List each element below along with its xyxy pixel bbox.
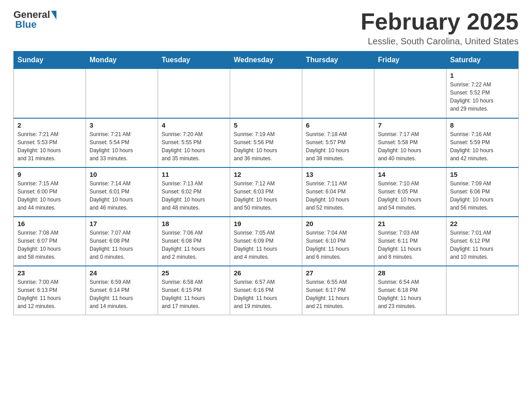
calendar-header-saturday: Saturday: [446, 51, 519, 69]
day-info: Sunrise: 6:59 AM Sunset: 6:14 PM Dayligh…: [90, 278, 154, 310]
day-info: Sunrise: 7:16 AM Sunset: 5:59 PM Dayligh…: [450, 130, 515, 163]
day-info: Sunrise: 7:14 AM Sunset: 6:01 PM Dayligh…: [90, 180, 154, 212]
calendar-cell: 16Sunrise: 7:08 AM Sunset: 6:07 PM Dayli…: [14, 217, 86, 266]
calendar-header-wednesday: Wednesday: [230, 51, 302, 69]
month-title: February 2025: [360, 9, 519, 34]
calendar-cell: 21Sunrise: 7:03 AM Sunset: 6:11 PM Dayli…: [374, 217, 446, 266]
day-number: 20: [306, 220, 370, 227]
calendar-cell: 19Sunrise: 7:05 AM Sunset: 6:09 PM Dayli…: [230, 217, 302, 266]
day-number: 22: [450, 220, 515, 227]
calendar-week-row: 16Sunrise: 7:08 AM Sunset: 6:07 PM Dayli…: [14, 217, 519, 266]
day-number: 12: [234, 171, 298, 178]
day-info: Sunrise: 6:55 AM Sunset: 6:17 PM Dayligh…: [306, 278, 370, 310]
day-number: 27: [306, 269, 370, 277]
calendar-cell: 1Sunrise: 7:22 AM Sunset: 5:52 PM Daylig…: [446, 69, 519, 118]
day-info: Sunrise: 7:00 AM Sunset: 6:13 PM Dayligh…: [17, 278, 82, 310]
calendar-cell: 2Sunrise: 7:21 AM Sunset: 5:53 PM Daylig…: [14, 118, 86, 167]
day-info: Sunrise: 7:03 AM Sunset: 6:11 PM Dayligh…: [378, 229, 442, 261]
day-number: 19: [234, 220, 298, 227]
day-number: 5: [234, 121, 298, 129]
calendar-cell: 27Sunrise: 6:55 AM Sunset: 6:17 PM Dayli…: [302, 266, 374, 315]
day-info: Sunrise: 6:57 AM Sunset: 6:16 PM Dayligh…: [234, 278, 298, 310]
day-info: Sunrise: 7:19 AM Sunset: 5:56 PM Dayligh…: [234, 130, 298, 163]
calendar-cell: 13Sunrise: 7:11 AM Sunset: 6:04 PM Dayli…: [302, 167, 374, 217]
day-number: 23: [17, 269, 82, 277]
calendar-week-row: 23Sunrise: 7:00 AM Sunset: 6:13 PM Dayli…: [14, 266, 519, 315]
day-number: 1: [450, 72, 515, 79]
day-number: 13: [306, 171, 370, 178]
calendar-cell: 10Sunrise: 7:14 AM Sunset: 6:01 PM Dayli…: [86, 167, 158, 217]
day-info: Sunrise: 7:10 AM Sunset: 6:05 PM Dayligh…: [378, 180, 442, 212]
calendar-header-tuesday: Tuesday: [158, 51, 230, 69]
calendar-cell: 18Sunrise: 7:06 AM Sunset: 6:08 PM Dayli…: [158, 217, 230, 266]
day-number: 9: [17, 171, 82, 178]
day-info: Sunrise: 7:07 AM Sunset: 6:08 PM Dayligh…: [90, 229, 154, 261]
page-header: General Blue February 2025 Lesslie, Sout…: [13, 9, 519, 47]
day-info: Sunrise: 7:22 AM Sunset: 5:52 PM Dayligh…: [450, 81, 515, 113]
calendar-cell: [302, 69, 374, 118]
day-number: 3: [90, 121, 154, 129]
day-info: Sunrise: 6:54 AM Sunset: 6:18 PM Dayligh…: [378, 278, 442, 310]
day-info: Sunrise: 7:21 AM Sunset: 5:53 PM Dayligh…: [17, 130, 82, 163]
calendar-cell: 17Sunrise: 7:07 AM Sunset: 6:08 PM Dayli…: [86, 217, 158, 266]
calendar-header-thursday: Thursday: [302, 51, 374, 69]
day-info: Sunrise: 7:18 AM Sunset: 5:57 PM Dayligh…: [306, 130, 370, 163]
calendar-cell: 23Sunrise: 7:00 AM Sunset: 6:13 PM Dayli…: [14, 266, 86, 315]
day-number: 28: [378, 269, 442, 277]
title-block: February 2025 Lesslie, South Carolina, U…: [360, 9, 519, 47]
calendar-week-row: 2Sunrise: 7:21 AM Sunset: 5:53 PM Daylig…: [14, 118, 519, 167]
day-info: Sunrise: 7:08 AM Sunset: 6:07 PM Dayligh…: [17, 229, 82, 261]
calendar-cell: [158, 69, 230, 118]
calendar-cell: [446, 266, 519, 315]
day-info: Sunrise: 7:11 AM Sunset: 6:04 PM Dayligh…: [306, 180, 370, 212]
day-number: 8: [450, 121, 515, 129]
calendar-cell: 26Sunrise: 6:57 AM Sunset: 6:16 PM Dayli…: [230, 266, 302, 315]
calendar-cell: 22Sunrise: 7:01 AM Sunset: 6:12 PM Dayli…: [446, 217, 519, 266]
day-info: Sunrise: 6:58 AM Sunset: 6:15 PM Dayligh…: [162, 278, 226, 310]
logo-blue-text: Blue: [13, 19, 37, 30]
day-info: Sunrise: 7:21 AM Sunset: 5:54 PM Dayligh…: [90, 130, 154, 163]
day-info: Sunrise: 7:09 AM Sunset: 6:06 PM Dayligh…: [450, 180, 515, 212]
day-number: 16: [17, 220, 82, 227]
calendar-cell: 15Sunrise: 7:09 AM Sunset: 6:06 PM Dayli…: [446, 167, 519, 217]
day-number: 25: [162, 269, 226, 277]
calendar-cell: 20Sunrise: 7:04 AM Sunset: 6:10 PM Dayli…: [302, 217, 374, 266]
logo: General Blue: [13, 9, 56, 30]
calendar-cell: 7Sunrise: 7:17 AM Sunset: 5:58 PM Daylig…: [374, 118, 446, 167]
location-title: Lesslie, South Carolina, United States: [360, 36, 519, 47]
calendar-week-row: 1Sunrise: 7:22 AM Sunset: 5:52 PM Daylig…: [14, 69, 519, 118]
calendar-cell: 4Sunrise: 7:20 AM Sunset: 5:55 PM Daylig…: [158, 118, 230, 167]
day-info: Sunrise: 7:17 AM Sunset: 5:58 PM Dayligh…: [378, 130, 442, 163]
day-number: 26: [234, 269, 298, 277]
calendar-cell: 9Sunrise: 7:15 AM Sunset: 6:00 PM Daylig…: [14, 167, 86, 217]
day-number: 21: [378, 220, 442, 227]
calendar-cell: 6Sunrise: 7:18 AM Sunset: 5:57 PM Daylig…: [302, 118, 374, 167]
day-info: Sunrise: 7:15 AM Sunset: 6:00 PM Dayligh…: [17, 180, 82, 212]
day-info: Sunrise: 7:12 AM Sunset: 6:03 PM Dayligh…: [234, 180, 298, 212]
day-info: Sunrise: 7:20 AM Sunset: 5:55 PM Dayligh…: [162, 130, 226, 163]
calendar-cell: [374, 69, 446, 118]
calendar-cell: 12Sunrise: 7:12 AM Sunset: 6:03 PM Dayli…: [230, 167, 302, 217]
calendar-table: SundayMondayTuesdayWednesdayThursdayFrid…: [13, 51, 519, 315]
day-number: 10: [90, 171, 154, 178]
day-info: Sunrise: 7:06 AM Sunset: 6:08 PM Dayligh…: [162, 229, 226, 261]
day-info: Sunrise: 7:04 AM Sunset: 6:10 PM Dayligh…: [306, 229, 370, 261]
calendar-cell: 11Sunrise: 7:13 AM Sunset: 6:02 PM Dayli…: [158, 167, 230, 217]
calendar-cell: 8Sunrise: 7:16 AM Sunset: 5:59 PM Daylig…: [446, 118, 519, 167]
calendar-header-monday: Monday: [86, 51, 158, 69]
calendar-cell: [14, 69, 86, 118]
calendar-cell: 5Sunrise: 7:19 AM Sunset: 5:56 PM Daylig…: [230, 118, 302, 167]
day-number: 17: [90, 220, 154, 227]
calendar-cell: [86, 69, 158, 118]
day-number: 18: [162, 220, 226, 227]
calendar-header-friday: Friday: [374, 51, 446, 69]
day-number: 14: [378, 171, 442, 178]
calendar-cell: 3Sunrise: 7:21 AM Sunset: 5:54 PM Daylig…: [86, 118, 158, 167]
day-number: 7: [378, 121, 442, 129]
day-number: 4: [162, 121, 226, 129]
day-number: 15: [450, 171, 515, 178]
calendar-cell: 14Sunrise: 7:10 AM Sunset: 6:05 PM Dayli…: [374, 167, 446, 217]
day-info: Sunrise: 7:01 AM Sunset: 6:12 PM Dayligh…: [450, 229, 515, 261]
day-info: Sunrise: 7:13 AM Sunset: 6:02 PM Dayligh…: [162, 180, 226, 212]
day-number: 2: [17, 121, 82, 129]
